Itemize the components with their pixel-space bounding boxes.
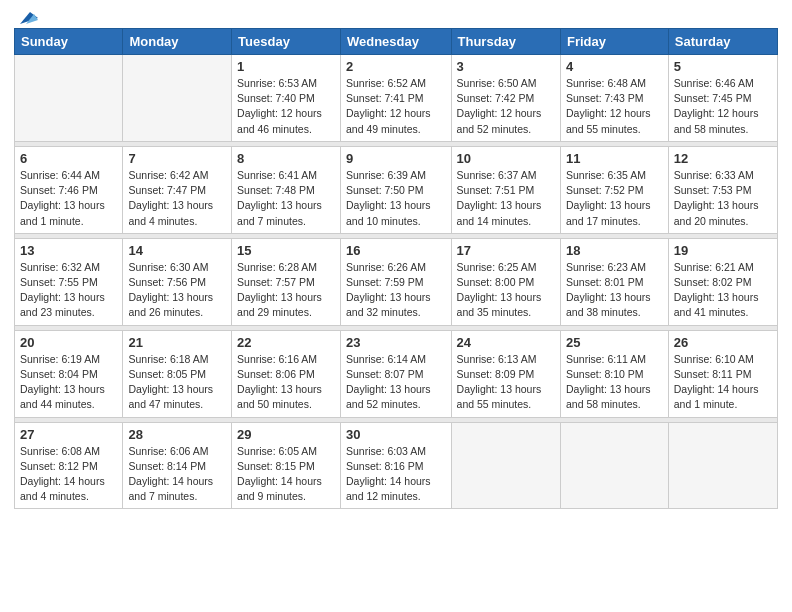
calendar-cell: 23Sunrise: 6:14 AM Sunset: 8:07 PM Dayli… bbox=[340, 330, 451, 417]
day-number: 28 bbox=[128, 427, 226, 442]
day-info: Sunrise: 6:16 AM Sunset: 8:06 PM Dayligh… bbox=[237, 352, 335, 413]
col-header-monday: Monday bbox=[123, 29, 232, 55]
calendar-cell bbox=[15, 55, 123, 142]
calendar-cell: 9Sunrise: 6:39 AM Sunset: 7:50 PM Daylig… bbox=[340, 146, 451, 233]
calendar-cell bbox=[451, 422, 560, 509]
calendar-cell: 24Sunrise: 6:13 AM Sunset: 8:09 PM Dayli… bbox=[451, 330, 560, 417]
day-number: 24 bbox=[457, 335, 555, 350]
day-number: 13 bbox=[20, 243, 117, 258]
day-number: 29 bbox=[237, 427, 335, 442]
calendar-cell: 11Sunrise: 6:35 AM Sunset: 7:52 PM Dayli… bbox=[560, 146, 668, 233]
day-info: Sunrise: 6:03 AM Sunset: 8:16 PM Dayligh… bbox=[346, 444, 446, 505]
day-info: Sunrise: 6:50 AM Sunset: 7:42 PM Dayligh… bbox=[457, 76, 555, 137]
calendar-cell: 12Sunrise: 6:33 AM Sunset: 7:53 PM Dayli… bbox=[668, 146, 777, 233]
calendar-cell: 7Sunrise: 6:42 AM Sunset: 7:47 PM Daylig… bbox=[123, 146, 232, 233]
calendar-cell: 5Sunrise: 6:46 AM Sunset: 7:45 PM Daylig… bbox=[668, 55, 777, 142]
day-number: 14 bbox=[128, 243, 226, 258]
calendar-cell: 25Sunrise: 6:11 AM Sunset: 8:10 PM Dayli… bbox=[560, 330, 668, 417]
calendar-cell: 10Sunrise: 6:37 AM Sunset: 7:51 PM Dayli… bbox=[451, 146, 560, 233]
logo bbox=[14, 10, 38, 22]
day-info: Sunrise: 6:08 AM Sunset: 8:12 PM Dayligh… bbox=[20, 444, 117, 505]
calendar-cell: 17Sunrise: 6:25 AM Sunset: 8:00 PM Dayli… bbox=[451, 238, 560, 325]
calendar-week-4: 20Sunrise: 6:19 AM Sunset: 8:04 PM Dayli… bbox=[15, 330, 778, 417]
calendar-cell bbox=[668, 422, 777, 509]
calendar-cell bbox=[560, 422, 668, 509]
calendar-cell: 27Sunrise: 6:08 AM Sunset: 8:12 PM Dayli… bbox=[15, 422, 123, 509]
day-info: Sunrise: 6:39 AM Sunset: 7:50 PM Dayligh… bbox=[346, 168, 446, 229]
day-number: 26 bbox=[674, 335, 772, 350]
calendar-cell: 14Sunrise: 6:30 AM Sunset: 7:56 PM Dayli… bbox=[123, 238, 232, 325]
day-info: Sunrise: 6:33 AM Sunset: 7:53 PM Dayligh… bbox=[674, 168, 772, 229]
calendar-cell: 1Sunrise: 6:53 AM Sunset: 7:40 PM Daylig… bbox=[232, 55, 341, 142]
day-info: Sunrise: 6:46 AM Sunset: 7:45 PM Dayligh… bbox=[674, 76, 772, 137]
day-info: Sunrise: 6:06 AM Sunset: 8:14 PM Dayligh… bbox=[128, 444, 226, 505]
calendar-cell: 2Sunrise: 6:52 AM Sunset: 7:41 PM Daylig… bbox=[340, 55, 451, 142]
day-number: 25 bbox=[566, 335, 663, 350]
day-info: Sunrise: 6:14 AM Sunset: 8:07 PM Dayligh… bbox=[346, 352, 446, 413]
day-number: 6 bbox=[20, 151, 117, 166]
col-header-wednesday: Wednesday bbox=[340, 29, 451, 55]
day-number: 9 bbox=[346, 151, 446, 166]
day-number: 19 bbox=[674, 243, 772, 258]
calendar-cell: 20Sunrise: 6:19 AM Sunset: 8:04 PM Dayli… bbox=[15, 330, 123, 417]
calendar-cell: 22Sunrise: 6:16 AM Sunset: 8:06 PM Dayli… bbox=[232, 330, 341, 417]
calendar-cell: 8Sunrise: 6:41 AM Sunset: 7:48 PM Daylig… bbox=[232, 146, 341, 233]
day-number: 30 bbox=[346, 427, 446, 442]
day-info: Sunrise: 6:05 AM Sunset: 8:15 PM Dayligh… bbox=[237, 444, 335, 505]
day-number: 10 bbox=[457, 151, 555, 166]
calendar-cell: 28Sunrise: 6:06 AM Sunset: 8:14 PM Dayli… bbox=[123, 422, 232, 509]
col-header-saturday: Saturday bbox=[668, 29, 777, 55]
calendar-week-3: 13Sunrise: 6:32 AM Sunset: 7:55 PM Dayli… bbox=[15, 238, 778, 325]
day-number: 8 bbox=[237, 151, 335, 166]
day-info: Sunrise: 6:18 AM Sunset: 8:05 PM Dayligh… bbox=[128, 352, 226, 413]
day-info: Sunrise: 6:41 AM Sunset: 7:48 PM Dayligh… bbox=[237, 168, 335, 229]
day-info: Sunrise: 6:37 AM Sunset: 7:51 PM Dayligh… bbox=[457, 168, 555, 229]
day-info: Sunrise: 6:26 AM Sunset: 7:59 PM Dayligh… bbox=[346, 260, 446, 321]
day-info: Sunrise: 6:21 AM Sunset: 8:02 PM Dayligh… bbox=[674, 260, 772, 321]
day-info: Sunrise: 6:32 AM Sunset: 7:55 PM Dayligh… bbox=[20, 260, 117, 321]
day-number: 22 bbox=[237, 335, 335, 350]
day-info: Sunrise: 6:42 AM Sunset: 7:47 PM Dayligh… bbox=[128, 168, 226, 229]
day-number: 15 bbox=[237, 243, 335, 258]
calendar-table: SundayMondayTuesdayWednesdayThursdayFrid… bbox=[14, 28, 778, 509]
page-container: SundayMondayTuesdayWednesdayThursdayFrid… bbox=[0, 0, 792, 519]
day-number: 17 bbox=[457, 243, 555, 258]
day-number: 20 bbox=[20, 335, 117, 350]
day-info: Sunrise: 6:13 AM Sunset: 8:09 PM Dayligh… bbox=[457, 352, 555, 413]
day-info: Sunrise: 6:48 AM Sunset: 7:43 PM Dayligh… bbox=[566, 76, 663, 137]
logo-icon bbox=[16, 10, 38, 26]
col-header-thursday: Thursday bbox=[451, 29, 560, 55]
day-info: Sunrise: 6:35 AM Sunset: 7:52 PM Dayligh… bbox=[566, 168, 663, 229]
header bbox=[14, 10, 778, 22]
day-info: Sunrise: 6:10 AM Sunset: 8:11 PM Dayligh… bbox=[674, 352, 772, 413]
calendar-header-row: SundayMondayTuesdayWednesdayThursdayFrid… bbox=[15, 29, 778, 55]
day-number: 11 bbox=[566, 151, 663, 166]
calendar-cell: 13Sunrise: 6:32 AM Sunset: 7:55 PM Dayli… bbox=[15, 238, 123, 325]
day-number: 5 bbox=[674, 59, 772, 74]
calendar-cell: 6Sunrise: 6:44 AM Sunset: 7:46 PM Daylig… bbox=[15, 146, 123, 233]
calendar-cell: 18Sunrise: 6:23 AM Sunset: 8:01 PM Dayli… bbox=[560, 238, 668, 325]
day-info: Sunrise: 6:30 AM Sunset: 7:56 PM Dayligh… bbox=[128, 260, 226, 321]
day-number: 21 bbox=[128, 335, 226, 350]
calendar-week-5: 27Sunrise: 6:08 AM Sunset: 8:12 PM Dayli… bbox=[15, 422, 778, 509]
col-header-sunday: Sunday bbox=[15, 29, 123, 55]
calendar-cell: 30Sunrise: 6:03 AM Sunset: 8:16 PM Dayli… bbox=[340, 422, 451, 509]
day-number: 12 bbox=[674, 151, 772, 166]
day-info: Sunrise: 6:19 AM Sunset: 8:04 PM Dayligh… bbox=[20, 352, 117, 413]
calendar-week-1: 1Sunrise: 6:53 AM Sunset: 7:40 PM Daylig… bbox=[15, 55, 778, 142]
day-info: Sunrise: 6:28 AM Sunset: 7:57 PM Dayligh… bbox=[237, 260, 335, 321]
calendar-cell: 26Sunrise: 6:10 AM Sunset: 8:11 PM Dayli… bbox=[668, 330, 777, 417]
day-number: 23 bbox=[346, 335, 446, 350]
day-number: 7 bbox=[128, 151, 226, 166]
day-number: 3 bbox=[457, 59, 555, 74]
day-info: Sunrise: 6:23 AM Sunset: 8:01 PM Dayligh… bbox=[566, 260, 663, 321]
day-number: 2 bbox=[346, 59, 446, 74]
calendar-cell: 19Sunrise: 6:21 AM Sunset: 8:02 PM Dayli… bbox=[668, 238, 777, 325]
day-info: Sunrise: 6:25 AM Sunset: 8:00 PM Dayligh… bbox=[457, 260, 555, 321]
day-info: Sunrise: 6:11 AM Sunset: 8:10 PM Dayligh… bbox=[566, 352, 663, 413]
day-info: Sunrise: 6:53 AM Sunset: 7:40 PM Dayligh… bbox=[237, 76, 335, 137]
day-number: 4 bbox=[566, 59, 663, 74]
calendar-cell: 16Sunrise: 6:26 AM Sunset: 7:59 PM Dayli… bbox=[340, 238, 451, 325]
col-header-tuesday: Tuesday bbox=[232, 29, 341, 55]
calendar-cell: 29Sunrise: 6:05 AM Sunset: 8:15 PM Dayli… bbox=[232, 422, 341, 509]
